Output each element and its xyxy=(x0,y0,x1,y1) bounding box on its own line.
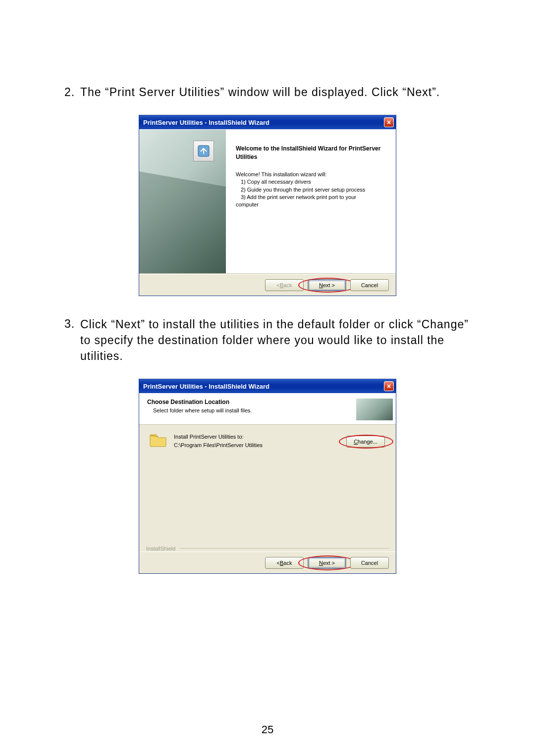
step3-text: 3. Click “Next” to install the utilities… xyxy=(64,316,471,364)
page-content: 2. The “Print Server Utilities” window w… xyxy=(0,0,535,574)
close-icon[interactable]: × xyxy=(384,117,394,127)
dialog2-titlebar: PrintServer Utilities - InstallShield Wi… xyxy=(139,379,396,393)
dialog1-title: PrintServer Utilities - InstallShield Wi… xyxy=(143,119,269,126)
dialog1-content: Welcome to the InstallShield Wizard for … xyxy=(226,130,396,273)
dest-heading: Choose Destination Location xyxy=(147,399,252,405)
back-button: < Back xyxy=(265,279,304,291)
installshield-brand: InstallShield xyxy=(146,546,175,552)
next-suffix: ext > xyxy=(323,282,335,288)
dialog2-title: PrintServer Utilities - InstallShield Wi… xyxy=(143,383,269,390)
header-image xyxy=(356,399,393,420)
install-path: C:\Program Files\PrintServer Utilities xyxy=(174,441,263,450)
welcome-line2: 2) Guide you through the print server se… xyxy=(236,186,382,194)
welcome-line3: 3) Add the print server network print po… xyxy=(236,194,382,201)
step2-num: 2. xyxy=(64,84,80,100)
next-underline: N xyxy=(319,560,323,566)
dialog2-header: Choose Destination Location Select folde… xyxy=(139,393,396,425)
back-suffix: ack xyxy=(283,282,292,288)
dialog2: PrintServer Utilities - InstallShield Wi… xyxy=(139,379,396,574)
step2-text: 2. The “Print Server Utilities” window w… xyxy=(64,84,471,100)
back-button[interactable]: < Back xyxy=(265,557,304,569)
dest-sub: Select folder where setup will install f… xyxy=(147,407,252,413)
next-suffix: ext > xyxy=(323,560,335,566)
welcome-intro: Welcome! This installation wizard will: xyxy=(236,171,382,178)
dialog2-body: Install PrintServer Utilities to: C:\Pro… xyxy=(139,425,396,552)
welcome-body: Welcome! This installation wizard will: … xyxy=(236,171,382,209)
back-underline: B xyxy=(280,282,283,288)
dialog1-titlebar: PrintServer Utilities - InstallShield Wi… xyxy=(139,115,396,129)
cancel-button[interactable]: Cancel xyxy=(350,279,389,291)
dialog1-body: Welcome to the InstallShield Wizard for … xyxy=(139,129,396,274)
dialog2-wrap: PrintServer Utilities - InstallShield Wi… xyxy=(64,379,471,574)
dialog1: PrintServer Utilities - InstallShield Wi… xyxy=(139,115,396,296)
cancel-label: Cancel xyxy=(361,282,378,288)
install-to-label: Install PrintServer Utilities to: xyxy=(174,433,263,441)
back-suffix: ack xyxy=(283,560,292,566)
change-button[interactable]: Change... xyxy=(346,436,385,448)
brand-separator xyxy=(180,548,389,549)
welcome-heading: Welcome to the InstallShield Wizard for … xyxy=(236,145,382,160)
next-button[interactable]: Next > xyxy=(308,279,346,291)
close-icon[interactable]: × xyxy=(384,381,394,391)
step3-body: Click “Next” to install the utilities in… xyxy=(80,316,471,364)
cancel-label: Cancel xyxy=(361,560,378,566)
welcome-line1: 1) Copy all necessary drivers xyxy=(236,178,382,186)
folder-icon xyxy=(149,433,167,448)
cancel-button[interactable]: Cancel xyxy=(350,557,389,569)
dialog1-sidebar-image xyxy=(139,130,226,273)
change-suffix: hange... xyxy=(358,439,377,445)
dialog1-wrap: PrintServer Utilities - InstallShield Wi… xyxy=(64,115,471,296)
change-underline: C xyxy=(354,439,358,445)
step2-body: The “Print Server Utilities” window will… xyxy=(80,84,471,100)
step3-num: 3. xyxy=(64,316,80,332)
dialog2-buttons: < Back Next > Cancel xyxy=(139,552,396,573)
back-underline: B xyxy=(280,560,283,566)
dialog1-buttons: < Back Next > Cancel xyxy=(139,274,396,296)
next-button[interactable]: Next > xyxy=(308,557,346,569)
installer-icon xyxy=(193,141,214,161)
next-underline: N xyxy=(319,282,323,288)
welcome-last: computer xyxy=(236,201,382,208)
page-number: 25 xyxy=(0,723,535,736)
